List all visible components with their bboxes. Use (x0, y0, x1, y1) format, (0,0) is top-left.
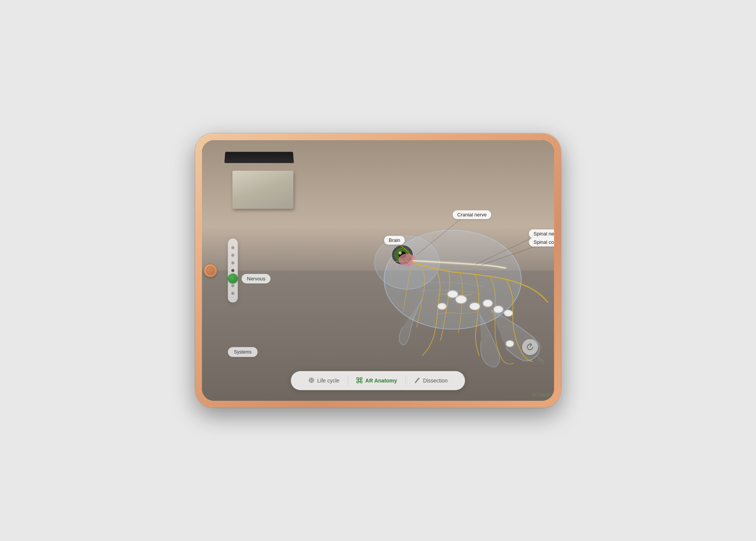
system-dot-4-active[interactable] (231, 269, 234, 272)
annotation-cranial-text: Cranial nerve (457, 212, 487, 218)
system-panel (228, 238, 238, 303)
systems-button[interactable]: Systems (228, 347, 258, 357)
svg-point-12 (448, 291, 458, 298)
annotation-spinal-nerve[interactable]: Spinal nerve (529, 229, 554, 238)
tab-life-cycle-label: Life cycle (317, 378, 339, 384)
annotation-brain-text: Brain (389, 237, 400, 243)
refresh-icon (526, 343, 534, 351)
tab-bar: Life cycle AR Anatomy (291, 371, 465, 390)
annotation-spinal-nerve-text: Spinal nerve (533, 231, 554, 237)
annotation-spinal-cord-text: Spinal cord (533, 239, 554, 245)
equipment-top (224, 152, 294, 163)
tab-life-cycle[interactable]: Life cycle (300, 375, 348, 386)
nervous-system-dot (228, 274, 238, 283)
dissection-icon (414, 377, 420, 384)
system-dot-2[interactable] (231, 254, 234, 257)
svg-point-10 (494, 306, 503, 313)
svg-point-9 (483, 300, 492, 307)
annotation-brain[interactable]: Brain (384, 236, 405, 245)
ar-anatomy-icon (357, 377, 363, 384)
nervous-system-indicator[interactable]: Nervous (228, 274, 271, 283)
svg-point-7 (456, 296, 466, 303)
equipment (225, 148, 301, 209)
screen: Brain Cranial nerve Spinal nerve Spinal … (202, 140, 554, 401)
watermark: 想己导航网 (532, 393, 549, 398)
system-dot-6[interactable] (231, 284, 234, 287)
tab-dissection-label: Dissection (423, 378, 448, 384)
tablet-frame: Brain Cranial nerve Spinal nerve Spinal … (195, 133, 561, 408)
annotation-cranial-nerve[interactable]: Cranial nerve (453, 210, 491, 219)
svg-point-14 (506, 341, 514, 347)
tab-ar-anatomy[interactable]: AR Anatomy (348, 375, 406, 386)
svg-point-11 (504, 310, 513, 316)
refresh-button[interactable] (522, 339, 538, 355)
svg-point-6 (399, 254, 415, 266)
home-button-inner (206, 266, 215, 275)
life-cycle-icon (308, 377, 314, 384)
svg-point-5 (399, 251, 402, 254)
tab-ar-anatomy-label: AR Anatomy (365, 378, 397, 384)
tab-dissection[interactable]: Dissection (406, 375, 456, 386)
svg-point-20 (311, 379, 312, 381)
svg-point-13 (438, 303, 446, 309)
svg-point-8 (470, 303, 480, 310)
system-dot-1[interactable] (231, 246, 234, 249)
system-dot-3[interactable] (231, 261, 234, 264)
nervous-system-label[interactable]: Nervous (242, 274, 271, 283)
annotation-spinal-cord[interactable]: Spinal cord (529, 238, 554, 246)
system-dot-7[interactable] (231, 292, 234, 295)
equipment-box (232, 171, 293, 209)
home-button[interactable] (203, 264, 217, 277)
